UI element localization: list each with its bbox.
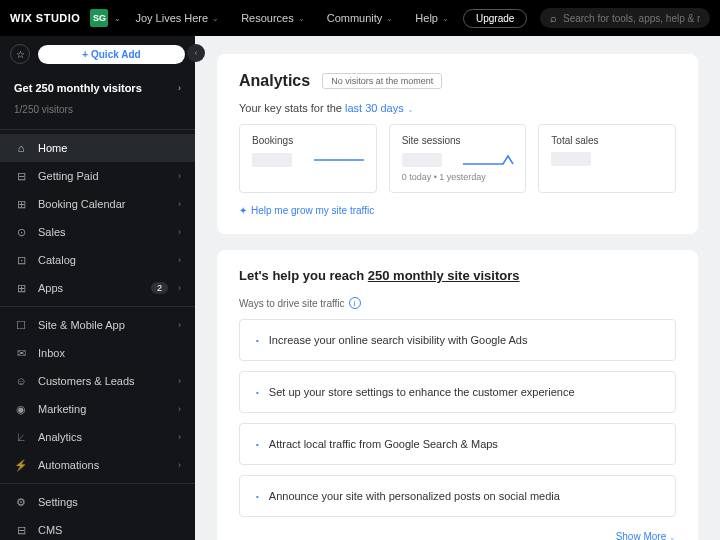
sidebar-item-home[interactable]: ⌂Home xyxy=(0,134,195,162)
show-more-link[interactable]: Show More ⌄ xyxy=(239,527,676,540)
sidebar-item-site-mobile-app[interactable]: ☐Site & Mobile App› xyxy=(0,311,195,339)
period-dropdown[interactable]: last 30 days ⌄ xyxy=(345,102,414,114)
nav-label: Getting Paid xyxy=(38,170,168,182)
nav-label: CMS xyxy=(38,524,181,536)
visitors-count: 1/250 visitors xyxy=(0,104,195,125)
suggestion-item[interactable]: •Attract local traffic from Google Searc… xyxy=(239,423,676,465)
reach-goal-link[interactable]: 250 monthly site visitors xyxy=(368,268,520,283)
nav-label: Inbox xyxy=(38,347,181,359)
nav-icon: ✉ xyxy=(14,346,28,360)
chevron-down-icon: ⌄ xyxy=(298,14,305,23)
sidebar-item-customers-leads[interactable]: ☺Customers & Leads› xyxy=(0,367,195,395)
nav-label: Catalog xyxy=(38,254,168,266)
analytics-title: Analytics xyxy=(239,72,310,90)
nav-icon: ⊙ xyxy=(14,225,28,239)
suggestion-item[interactable]: •Announce your site with personalized po… xyxy=(239,475,676,517)
site-selector[interactable]: Joy Lives Here ⌄ xyxy=(127,12,227,24)
chevron-right-icon: › xyxy=(178,227,181,237)
stat-value-placeholder xyxy=(402,153,442,167)
stat-value-placeholder xyxy=(252,153,292,167)
ways-title: Ways to drive site traffic i xyxy=(239,297,676,309)
search-input[interactable] xyxy=(563,13,700,24)
sidebar-item-getting-paid[interactable]: ⊟Getting Paid› xyxy=(0,162,195,190)
sidebar-item-analytics[interactable]: ⟀Analytics› xyxy=(0,423,195,451)
chevron-down-icon: ⌄ xyxy=(386,14,393,23)
suggestion-item[interactable]: •Set up your store settings to enhance t… xyxy=(239,371,676,413)
nav-label: Analytics xyxy=(38,431,168,443)
favorite-button[interactable]: ☆ xyxy=(10,44,30,64)
sidebar-item-settings[interactable]: ⚙Settings xyxy=(0,488,195,516)
search-icon: ⌕ xyxy=(550,12,557,24)
sparkline xyxy=(463,152,513,168)
chevron-right-icon: › xyxy=(178,404,181,414)
nav-icon: ⚡ xyxy=(14,458,28,472)
help-grow-traffic-link[interactable]: ✦ Help me grow my site traffic xyxy=(239,205,676,216)
sidebar-item-booking-calendar[interactable]: ⊞Booking Calendar› xyxy=(0,190,195,218)
bullet-icon: • xyxy=(256,440,259,449)
chevron-right-icon: › xyxy=(178,432,181,442)
nav-badge: 2 xyxy=(151,282,168,294)
nav-icon: ⊟ xyxy=(14,523,28,537)
analytics-card: Analytics No visitors at the moment Your… xyxy=(217,54,698,234)
sidebar-promo[interactable]: Get 250 monthly visitors › xyxy=(0,72,195,104)
sidebar-item-inbox[interactable]: ✉Inbox xyxy=(0,339,195,367)
nav-label: Apps xyxy=(38,282,141,294)
chevron-right-icon: › xyxy=(178,460,181,470)
chevron-down-icon: ⌄ xyxy=(407,105,414,114)
nav-icon: ⊞ xyxy=(14,281,28,295)
sidebar-item-apps[interactable]: ⊞Apps2› xyxy=(0,274,195,302)
sidebar: ‹ ☆ + Quick Add Get 250 monthly visitors… xyxy=(0,36,195,540)
stat-value-placeholder xyxy=(551,152,591,166)
collapse-sidebar-button[interactable]: ‹ xyxy=(187,44,205,62)
nav-icon: ⟀ xyxy=(14,430,28,444)
key-stats-text: Your key stats for the last 30 days ⌄ xyxy=(239,102,676,114)
upgrade-button[interactable]: Upgrade xyxy=(463,9,527,28)
sidebar-item-catalog[interactable]: ⊡Catalog› xyxy=(0,246,195,274)
chevron-right-icon: › xyxy=(178,320,181,330)
chevron-right-icon: › xyxy=(178,376,181,386)
nav-label: Settings xyxy=(38,496,181,508)
bullet-icon: • xyxy=(256,492,259,501)
nav-label: Marketing xyxy=(38,403,168,415)
chevron-right-icon: › xyxy=(178,255,181,265)
stat-card-sessions[interactable]: Site sessions 0 today • 1 yesterday xyxy=(389,124,527,193)
stat-card-sales[interactable]: Total sales xyxy=(538,124,676,193)
chevron-right-icon: › xyxy=(178,199,181,209)
chevron-right-icon: › xyxy=(178,171,181,181)
sidebar-item-automations[interactable]: ⚡Automations› xyxy=(0,451,195,479)
nav-icon: ⊟ xyxy=(14,169,28,183)
sidebar-item-marketing[interactable]: ◉Marketing› xyxy=(0,395,195,423)
nav-icon: ☐ xyxy=(14,318,28,332)
nav-help[interactable]: Help⌄ xyxy=(407,12,457,24)
nav-label: Home xyxy=(38,142,181,154)
nav-icon: ⌂ xyxy=(14,141,28,155)
stat-card-bookings[interactable]: Bookings xyxy=(239,124,377,193)
nav-label: Customers & Leads xyxy=(38,375,168,387)
nav-icon: ⊞ xyxy=(14,197,28,211)
nav-label: Automations xyxy=(38,459,168,471)
quick-add-button[interactable]: + Quick Add xyxy=(38,45,185,64)
nav-label: Booking Calendar xyxy=(38,198,168,210)
stat-subtext: 0 today • 1 yesterday xyxy=(402,172,514,182)
suggestion-item[interactable]: •Increase your online search visibility … xyxy=(239,319,676,361)
info-icon[interactable]: i xyxy=(349,297,361,309)
chevron-down-icon[interactable]: ⌄ xyxy=(114,14,121,23)
nav-icon: ☺ xyxy=(14,374,28,388)
bullet-icon: • xyxy=(256,336,259,345)
sidebar-item-cms[interactable]: ⊟CMS xyxy=(0,516,195,540)
nav-resources[interactable]: Resources⌄ xyxy=(233,12,313,24)
chevron-down-icon: ⌄ xyxy=(442,14,449,23)
nav-label: Site & Mobile App xyxy=(38,319,168,331)
chevron-right-icon: › xyxy=(178,283,181,293)
bullet-icon: • xyxy=(256,388,259,397)
nav-label: Sales xyxy=(38,226,168,238)
nav-icon: ⚙ xyxy=(14,495,28,509)
reach-card: Let's help you reach 250 monthly site vi… xyxy=(217,250,698,540)
nav-community[interactable]: Community⌄ xyxy=(319,12,402,24)
chevron-down-icon: ⌄ xyxy=(669,533,676,540)
sparkline xyxy=(314,152,364,168)
chevron-down-icon: ⌄ xyxy=(212,14,219,23)
workspace-badge[interactable]: SG xyxy=(90,9,108,27)
search-wrap[interactable]: ⌕ xyxy=(540,8,710,28)
sidebar-item-sales[interactable]: ⊙Sales› xyxy=(0,218,195,246)
